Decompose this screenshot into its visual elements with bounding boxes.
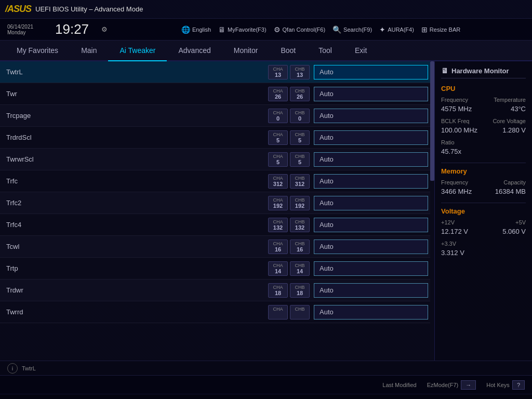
tab-ai-tweaker[interactable]: Ai Tweaker — [108, 41, 167, 61]
ratio-label: Ratio — [441, 139, 455, 145]
value-dropdown[interactable]: Auto — [314, 218, 428, 232]
table-row[interactable]: TcwlCHA16CHB16Auto — [0, 236, 434, 258]
row-name: Trtp — [6, 264, 268, 272]
cha-value: 14 — [275, 268, 281, 274]
table-row[interactable]: Trfc2CHA192CHB192Auto — [0, 192, 434, 214]
channel-b-badge: CHB192 — [290, 196, 310, 210]
value-dropdown[interactable]: Auto — [314, 283, 428, 298]
resize-label: Resize BAR — [430, 26, 460, 33]
channel-b-badge: CHB0 — [290, 109, 310, 123]
channel-a-badge: CHA13 — [268, 65, 288, 79]
aura-icon: ✦ — [379, 25, 385, 34]
tab-tool[interactable]: Tool — [307, 41, 343, 61]
row-name: Twr — [6, 90, 268, 98]
value-dropdown[interactable]: Auto — [314, 130, 428, 145]
search-icon: 🔍 — [332, 25, 341, 34]
tab-my-favorites[interactable]: My Favorites — [5, 41, 70, 61]
cha-label: CHA — [273, 176, 283, 181]
settings-icon[interactable]: ⚙ — [101, 25, 108, 33]
toolbar-resizebar[interactable]: ⊞ Resize BAR — [421, 25, 460, 34]
last-modified-label: Last Modified — [382, 382, 416, 388]
status-bar: Last Modified EzMode(F7) → Hot Keys ? — [0, 375, 532, 394]
tab-advanced[interactable]: Advanced — [167, 41, 222, 61]
cha-value: 192 — [273, 203, 283, 209]
cha-value: 312 — [273, 181, 283, 187]
row-name: Twrrd — [6, 308, 268, 316]
table-row[interactable]: TrcpageCHA0CHB0Auto — [0, 105, 434, 127]
bottom-label: TwtrL — [22, 365, 36, 371]
table-row[interactable]: TrdrdSclCHA5CHB5Auto — [0, 127, 434, 149]
volt-row2-labels: +3.3V — [441, 241, 526, 247]
cpu-temp-label: Temperature — [494, 97, 526, 103]
tab-monitor[interactable]: Monitor — [222, 41, 270, 61]
toolbar: 🌐 English 🖥 MyFavorite(F3) ⚙ Qfan Contro… — [117, 25, 525, 34]
chb-value: 5 — [298, 159, 301, 165]
datetime-bar: 06/14/2021 Monday 19:27 ⚙ 🌐 English 🖥 My… — [0, 19, 532, 41]
scrollbar[interactable] — [430, 61, 434, 361]
table-row[interactable]: TrdwrCHA18CHB18Auto — [0, 280, 434, 301]
table-row[interactable]: TwrrdCHA CHB Auto — [0, 301, 434, 323]
ez-mode-button[interactable]: EzMode(F7) → — [427, 380, 476, 390]
date-display: 06/14/2021 Monday — [7, 24, 44, 35]
hot-keys-button[interactable]: Hot Keys ? — [486, 380, 525, 390]
ez-mode-icon[interactable]: → — [461, 380, 476, 390]
channel-b-badge: CHB26 — [290, 87, 310, 101]
table-row[interactable]: TrfcCHA312CHB312Auto — [0, 170, 434, 192]
value-dropdown[interactable]: Auto — [314, 65, 428, 79]
chb-value: 5 — [298, 137, 301, 143]
cpu-freq-value: 4575 MHz — [441, 105, 472, 113]
cpu-temp-value: 43°C — [511, 105, 526, 113]
cha-value: 18 — [275, 290, 281, 296]
table-row[interactable]: Trfc4CHA132CHB132Auto — [0, 214, 434, 236]
tab-main[interactable]: Main — [70, 41, 108, 61]
mem-labels: Frequency Capacity — [441, 179, 526, 185]
row-name: TwtrL — [6, 68, 268, 76]
toolbar-search[interactable]: 🔍 Search(F9) — [332, 25, 372, 34]
channel-b-badge: CHB13 — [290, 65, 310, 79]
value-dropdown[interactable]: Auto — [314, 261, 428, 276]
channel-b-badge: CHB16 — [290, 240, 310, 254]
value-dropdown[interactable]: Auto — [314, 305, 428, 320]
cha-label: CHA — [273, 307, 283, 312]
bclk-row-labels: BCLK Freq Core Voltage — [441, 118, 526, 124]
tab-boot[interactable]: Boot — [269, 41, 307, 61]
value-dropdown[interactable]: Auto — [314, 196, 428, 210]
value-dropdown[interactable]: Auto — [314, 240, 428, 254]
hardware-monitor: 🖥 Hardware Monitor CPU Frequency Tempera… — [434, 61, 532, 361]
chb-value — [299, 312, 300, 318]
tab-exit[interactable]: Exit — [343, 41, 378, 61]
table-row[interactable]: TrtpCHA14CHB14Auto — [0, 258, 434, 280]
channel-b-badge: CHB132 — [290, 218, 310, 232]
value-dropdown[interactable]: Auto — [314, 87, 428, 101]
cpu-section-title: CPU — [441, 85, 526, 92]
bclk-value: 100.00 MHz — [441, 126, 477, 134]
v12-value: 12.172 V — [441, 228, 468, 235]
v12-label: +12V — [441, 219, 455, 225]
toolbar-myfavorite[interactable]: 🖥 MyFavorite(F3) — [218, 25, 267, 34]
channel-b-badge: CHB5 — [290, 130, 310, 145]
hot-keys-icon[interactable]: ? — [512, 380, 525, 390]
chb-value: 0 — [298, 115, 301, 122]
monitor-icon: 🖥 — [441, 66, 448, 75]
cpu-freq-value-row: 4575 MHz 43°C — [441, 105, 526, 116]
table-row[interactable]: TwrwrSclCHA5CHB5Auto — [0, 149, 434, 170]
chb-value: 132 — [295, 224, 304, 231]
channel-b-badge: CHB — [290, 305, 310, 320]
mem-values: 3466 MHz 16384 MB — [441, 188, 526, 198]
monitor-icon: 🖥 — [218, 25, 225, 34]
value-dropdown[interactable]: Auto — [314, 109, 428, 123]
value-dropdown[interactable]: Auto — [314, 174, 428, 189]
table-row[interactable]: TwrCHA26CHB26Auto — [0, 83, 434, 105]
toolbar-qfan[interactable]: ⚙ Qfan Control(F6) — [274, 25, 326, 34]
channel-a-badge: CHA26 — [268, 87, 288, 101]
toolbar-aura[interactable]: ✦ AURA(F4) — [379, 25, 414, 34]
chb-value: 16 — [297, 246, 303, 252]
scrollbar-thumb[interactable] — [430, 61, 434, 181]
chb-label: CHB — [295, 88, 304, 94]
table-row[interactable]: TwtrLCHA13CHB13Auto — [0, 61, 434, 83]
channel-b-badge: CHB5 — [290, 152, 310, 167]
value-dropdown[interactable]: Auto — [314, 152, 428, 167]
cha-value: 5 — [276, 159, 280, 165]
toolbar-language[interactable]: 🌐 English — [181, 25, 211, 34]
channel-a-badge: CHA132 — [268, 218, 288, 232]
